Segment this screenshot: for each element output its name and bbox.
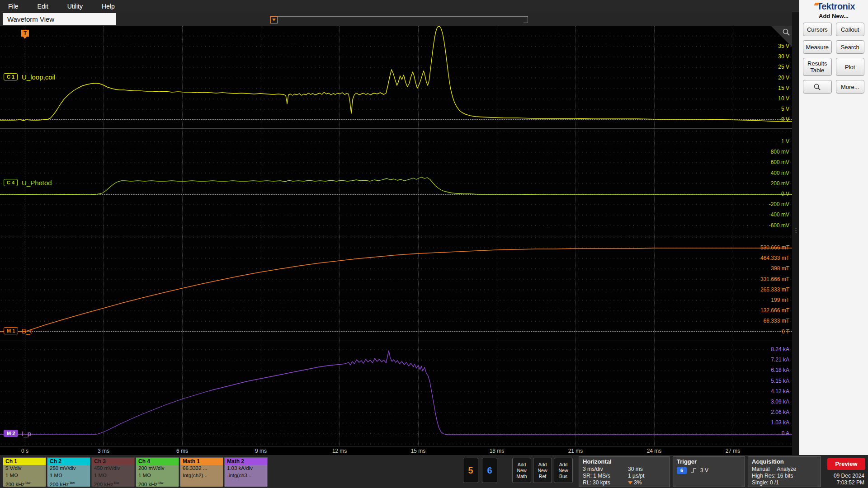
- sidebar-buttons: Cursors Callout Measure Search Results T…: [803, 23, 864, 94]
- clock-date: 09 Dec 2024: [834, 473, 864, 479]
- badge-math1[interactable]: Math 1 66.3332 ... Intg(ch2)...: [180, 457, 223, 486]
- badge-ch3[interactable]: Ch 3 450 mV/div 1 MΩ 200 kHzBw: [91, 457, 135, 486]
- channel-handle-c1[interactable]: C 1: [4, 73, 18, 80]
- y-axis-label: 0 T: [760, 327, 789, 337]
- tektronix-logo: Tektronix: [799, 1, 868, 12]
- y-axis-label: 66.333 mT: [760, 316, 789, 326]
- horizontal-record-length: RL: 30 kpts: [583, 479, 628, 486]
- magnifier-icon: [782, 28, 790, 36]
- trigger-title: Trigger: [677, 458, 741, 465]
- waveform-graticule[interactable]: T 35 V30 V25 V20 V15 V10 V5 V0 V 1 V800 …: [0, 26, 792, 446]
- zoom-overview-track: [278, 16, 524, 23]
- badge-ch4-scale: 200 mV/div: [136, 465, 179, 472]
- results-table-button[interactable]: Results Table: [803, 58, 832, 76]
- badge-ch4-title: Ch 4: [136, 458, 179, 465]
- horizontal-sample-rate: SR: 1 MS/s: [583, 473, 628, 479]
- bottom-bar: Ch 1 5 V/div 1 MΩ 200 kHzBw Ch 2 250 mV/…: [0, 455, 868, 488]
- menu-item[interactable]: Help: [102, 3, 115, 10]
- y-axis-label: 25 V: [778, 62, 789, 72]
- trigger-source-badge[interactable]: 6: [677, 467, 687, 474]
- y-axis-label: -400 mV: [769, 210, 789, 220]
- x-axis-label: 15 ms: [379, 448, 458, 454]
- y-axis-labels-ch1: 35 V30 V25 V20 V15 V10 V5 V0 V: [778, 41, 789, 125]
- badge-math1-scale: 66.3332 ...: [180, 465, 223, 472]
- waveform-canvas[interactable]: [0, 26, 792, 446]
- callout-button[interactable]: Callout: [836, 23, 865, 36]
- channel-label-c1: U_loop,coil: [22, 73, 55, 81]
- badge-ch4[interactable]: Ch 4 200 mV/div 1 MΩ 200 kHzBw: [136, 457, 179, 486]
- acquisition-panel[interactable]: Acquisition ManualAnalyze High Res: 16 b…: [748, 456, 821, 487]
- zoom-overview-bar[interactable]: [270, 16, 528, 23]
- badge-ch2-impedance: 1 MΩ: [47, 472, 90, 479]
- horizontal-resolution: 1 µs/pt: [628, 473, 644, 479]
- menu-item[interactable]: Utility: [67, 3, 83, 10]
- channel-label-c4: U_Photod: [22, 179, 52, 187]
- badge-ch2[interactable]: Ch 2 250 mV/div 1 MΩ 200 kHzBw: [47, 457, 90, 486]
- y-axis-label: 8.24 kA: [771, 344, 789, 355]
- badge-ch1[interactable]: Ch 1 5 V/div 1 MΩ 200 kHzBw: [3, 457, 46, 486]
- preview-button[interactable]: Preview: [827, 458, 865, 470]
- y-axis-label: 5.15 kA: [771, 376, 789, 386]
- channel-6-button[interactable]: 6: [482, 458, 497, 483]
- y-axis-label: 199 mT: [760, 295, 789, 305]
- badge-math2-scale: 1.03 kA/div: [225, 465, 267, 472]
- menu-item[interactable]: Edit: [38, 3, 48, 10]
- y-axis-label: 10 V: [778, 94, 789, 104]
- y-axis-label: 3.09 kA: [771, 397, 789, 407]
- measure-button[interactable]: Measure: [803, 40, 832, 54]
- zoom-button[interactable]: [803, 80, 832, 94]
- badge-ch3-bandwidth: 200 kHzBw: [92, 479, 134, 487]
- badge-ch3-impedance: 1 MΩ: [92, 472, 134, 479]
- x-axis-label: 21 ms: [536, 448, 615, 454]
- corner-zoom-button[interactable]: [771, 26, 792, 47]
- waveform-view-tab[interactable]: Waveform View: [3, 13, 116, 25]
- y-axis-label: 200 mV: [769, 178, 789, 189]
- menu-bar: FileEditUtilityHelp: [0, 0, 799, 12]
- channel-handle-m2[interactable]: M 2: [4, 430, 18, 437]
- acquisition-title: Acquisition: [752, 458, 817, 465]
- plot-button[interactable]: Plot: [836, 58, 865, 76]
- badge-ch2-title: Ch 2: [47, 458, 90, 465]
- clock: 09 Dec 2024 7:03:52 PM: [834, 473, 864, 486]
- add-new-bus-button[interactable]: Add New Bus: [554, 458, 573, 483]
- y-axis-label: 6.18 kA: [771, 365, 789, 375]
- y-axis-labels-math1: 530.666 mT464.333 mT398 mT331.666 mT265.…: [760, 243, 789, 337]
- zoom-overview-end-bracket[interactable]: [524, 16, 528, 23]
- badge-math2[interactable]: Math 2 1.03 kA/div -intg(ch3...: [224, 457, 268, 486]
- horizontal-panel[interactable]: Horizontal 3 ms/div30 ms SR: 1 MS/s1 µs/…: [579, 456, 670, 487]
- x-axis-label: 0 s: [0, 448, 64, 454]
- channel-handle-m1[interactable]: M 1: [4, 327, 18, 334]
- menu-item[interactable]: File: [8, 3, 19, 10]
- badge-ch4-bandwidth: 200 kHzBw: [136, 479, 179, 487]
- horizontal-position: 3%: [628, 479, 642, 486]
- channel-5-button[interactable]: 5: [463, 458, 478, 483]
- trigger-position-icon: [628, 481, 632, 484]
- badge-math1-expression: Intg(ch2)...: [180, 472, 223, 479]
- y-axis-label: 800 mV: [769, 147, 789, 157]
- horizontal-window: 30 ms: [628, 466, 643, 473]
- trigger-panel[interactable]: Trigger 6 3 V: [673, 456, 745, 487]
- cursors-button[interactable]: Cursors: [803, 23, 832, 36]
- add-new-ref-button[interactable]: Add New Ref: [533, 458, 552, 483]
- search-button[interactable]: Search: [836, 40, 865, 54]
- badge-ch4-impedance: 1 MΩ: [136, 472, 179, 479]
- y-axis-label: -600 mV: [769, 221, 789, 231]
- zoom-trigger-marker-icon[interactable]: [270, 16, 278, 23]
- y-axis-label: 530.666 mT: [760, 243, 789, 253]
- acquisition-detail: High Res: 16 bits: [752, 473, 817, 479]
- channel-handle-c4[interactable]: C 4: [4, 179, 18, 186]
- badge-ch3-title: Ch 3: [92, 458, 134, 465]
- rising-edge-icon: [690, 467, 697, 474]
- y-axis-label: 4.12 kA: [771, 386, 789, 397]
- waveform-header: Waveform View: [0, 12, 792, 26]
- y-axis-label: 0 V: [778, 114, 789, 125]
- oscilloscope-app: FileEditUtilityHelp Waveform View: [0, 0, 868, 488]
- add-new-math-button[interactable]: Add New Math: [512, 458, 531, 483]
- badge-ch1-scale: 5 V/div: [3, 465, 46, 472]
- y-axis-label: 331.666 mT: [760, 274, 789, 285]
- more-button[interactable]: More...: [836, 80, 865, 94]
- badge-math2-fill: [225, 479, 267, 487]
- trace-ch1: [0, 26, 792, 122]
- trace-ch4: [0, 177, 792, 195]
- panel-divider: ⋮⋮: [792, 12, 799, 455]
